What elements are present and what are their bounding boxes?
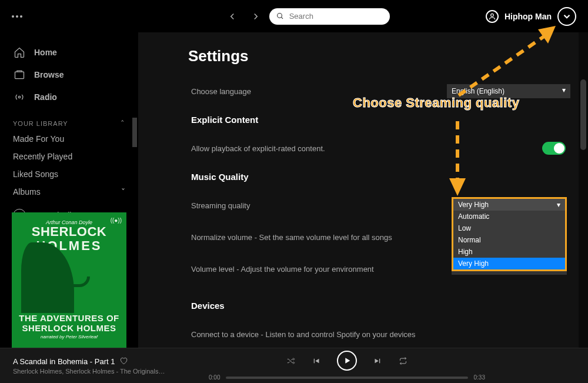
cover-subtitle-1: THE ADVENTURES OF [19, 313, 119, 323]
main-scrollbar-track[interactable] [579, 32, 588, 348]
sidebar-item-radio[interactable]: Radio [0, 86, 138, 108]
time-total: 0:33 [474, 374, 485, 381]
chevron-down-icon: ▾ [557, 201, 560, 209]
sidebar-scrollbar[interactable] [132, 118, 137, 147]
section-explicit-content: Explicit Content [191, 115, 570, 125]
library-item-albums[interactable]: Albums˅ [0, 183, 138, 201]
svg-point-2 [491, 14, 494, 16]
explicit-label: Allow playback of explicit-rated content… [191, 144, 542, 153]
user-dropdown-toggle[interactable] [557, 7, 576, 26]
user-avatar-icon [486, 10, 499, 23]
search-box[interactable] [269, 8, 390, 25]
main-scrollbar-thumb[interactable] [580, 79, 586, 150]
chevron-down-icon [562, 11, 572, 22]
sidebar-item-label: Radio [34, 92, 57, 102]
page-title: Settings [188, 47, 570, 65]
quality-option-normal[interactable]: Normal [453, 234, 565, 246]
user-name: Hiphop Man [505, 12, 552, 21]
svg-point-0 [278, 14, 282, 18]
library-header: YOUR LIBRARY ˄ [0, 108, 138, 130]
quality-option-high[interactable]: High [453, 246, 565, 258]
shuffle-button[interactable] [286, 357, 295, 365]
play-button[interactable] [337, 351, 357, 371]
library-item-liked-songs[interactable]: Liked Songs [0, 165, 138, 183]
nav-forward-button[interactable] [247, 8, 265, 25]
time-current: 0:00 [209, 374, 220, 381]
svg-rect-3 [15, 72, 24, 79]
topbar: Hiphop Man [0, 0, 588, 32]
quality-option-very-high[interactable]: Very High [453, 258, 565, 269]
cover-art [18, 252, 121, 313]
explicit-toggle[interactable] [542, 142, 566, 155]
radio-icon [13, 91, 26, 104]
player-bar: A Scandal in Bohemia - Part 1 Sherlock H… [0, 348, 588, 383]
cover-narrator: narrated by Peter Silverleaf [19, 334, 119, 339]
nav-back-button[interactable] [223, 8, 241, 25]
cover-title-1: SHERLOCK [32, 225, 106, 238]
sidebar-item-browse[interactable]: Browse [0, 64, 138, 86]
library-item-made-for-you[interactable]: Made For You [0, 130, 138, 148]
user-menu[interactable]: Hiphop Man [486, 7, 576, 26]
track-title[interactable]: A Scandal in Bohemia - Part 1 [13, 357, 115, 366]
chevron-down-icon: ˅ [121, 187, 125, 197]
menu-dots[interactable] [12, 15, 22, 18]
language-label: Choose language [191, 87, 447, 96]
streaming-quality-label: Streaming quality [191, 201, 447, 210]
now-playing-cover[interactable]: ((●)) Arthur Conan Doyle SHERLOCK HOLMES… [12, 212, 126, 348]
section-devices: Devices [191, 301, 570, 311]
language-select[interactable]: English (English) [447, 84, 570, 98]
like-button[interactable] [119, 357, 128, 367]
track-artist[interactable]: Sherlock Holmes, Sherlock Holmes - The O… [13, 368, 166, 375]
svg-line-1 [282, 17, 283, 19]
sidebar-item-label: Browse [34, 70, 64, 79]
collapse-icon[interactable]: ˄ [121, 119, 125, 128]
devices-connect-label: Connect to a device - Listen to and cont… [191, 330, 570, 339]
section-music-quality: Music Quality [191, 172, 570, 182]
sidebar-item-label: Home [34, 48, 57, 57]
sidebar-item-home[interactable]: Home [0, 41, 138, 64]
repeat-button[interactable] [399, 357, 407, 365]
browse-icon [13, 68, 26, 81]
cover-subtitle-2: SHERLOCK HOLMES [19, 323, 119, 333]
previous-button[interactable] [312, 357, 320, 365]
search-icon [276, 12, 284, 21]
library-item-recently-played[interactable]: Recently Played [0, 148, 138, 165]
next-button[interactable] [373, 357, 382, 365]
progress-bar[interactable] [226, 377, 467, 379]
svg-point-4 [18, 96, 20, 98]
streaming-quality-select[interactable]: Very High▾ Automatic Low Normal High Ver… [452, 197, 567, 271]
search-input[interactable] [289, 12, 383, 21]
quality-option-low[interactable]: Low [453, 222, 565, 234]
home-icon [13, 46, 26, 59]
settings-panel: Settings Choose language English (Englis… [138, 32, 588, 348]
audio-icon: ((●)) [111, 217, 122, 224]
quality-option-automatic[interactable]: Automatic [453, 211, 565, 222]
streaming-quality-value[interactable]: Very High▾ [453, 199, 565, 211]
